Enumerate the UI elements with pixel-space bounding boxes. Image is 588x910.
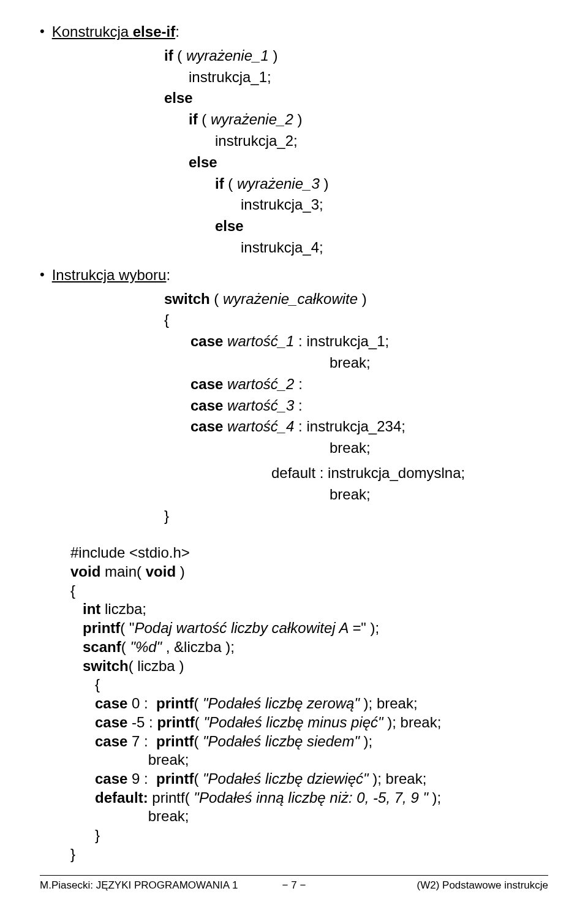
footer-left: M.Piasecki: JĘZYKI PROGRAMOWANIA 1	[40, 879, 238, 892]
code-l4: int liczba;	[70, 600, 548, 619]
elseif-l2: instrukcja_1;	[57, 67, 548, 88]
code-l3: {	[70, 582, 548, 601]
elseif-l5: instrukcja_2;	[57, 131, 548, 152]
code-l1: #include <stdio.h>	[70, 544, 548, 563]
elseif-l7: if ( wyrażenie_3 )	[57, 173, 548, 195]
bullet2-text: Instrukcja wyboru:	[52, 265, 170, 286]
code-l15: }	[70, 845, 548, 864]
code-l2: void main( void )	[70, 563, 548, 582]
code-l13e: break;	[70, 807, 548, 826]
footer-divider	[40, 875, 548, 876]
code-l5: printf( "Podaj wartość liczby całkowitej…	[70, 619, 548, 638]
code-l11g: break;	[70, 751, 548, 770]
elseif-l6: else	[57, 152, 548, 173]
code-l8: {	[70, 675, 548, 694]
code-l7: switch( liczba )	[70, 657, 548, 676]
page-footer: M.Piasecki: JĘZYKI PROGRAMOWANIA 1 − 7 −…	[40, 875, 548, 892]
code-l12: case 9 : printf( "Podałeś liczbę dziewię…	[70, 770, 548, 789]
sw-l10: break;	[57, 484, 548, 506]
elseif-l1: if ( wyrażenie_1 )	[57, 45, 548, 67]
code-l6: scanf( "%d" , &liczba );	[70, 638, 548, 657]
sw-l11: }	[57, 506, 548, 527]
elseif-l4: if ( wyrażenie_2 )	[57, 109, 548, 131]
elseif-l10: instrukcja_4;	[57, 237, 548, 259]
code-l11: case 7 : printf( "Podałeś liczbę siedem"…	[70, 732, 548, 751]
code-l13: default: printf( "Podałeś inną liczbę ni…	[70, 789, 548, 808]
code-l10: case -5 : printf( "Podałeś liczbę minus …	[70, 713, 548, 732]
sw-l9: default : instrukcja_domyslna;	[57, 463, 548, 484]
sw-l7: case wartość_4 : instrukcja_234;	[57, 416, 548, 438]
bullet1-bold: else-if	[133, 23, 175, 40]
bullet-switch: • Instrukcja wyboru:	[40, 265, 548, 286]
bullet-icon: •	[40, 265, 45, 284]
elseif-l3: else	[57, 88, 548, 109]
footer-text-row: M.Piasecki: JĘZYKI PROGRAMOWANIA 1 − 7 −…	[40, 879, 548, 892]
bullet1-text: Konstrukcja else-if:	[52, 21, 179, 43]
footer-right: (W2) Podstawowe instrukcje	[417, 879, 548, 892]
elseif-code-block: if ( wyrażenie_1 ) instrukcja_1; else if…	[57, 45, 548, 259]
bullet-icon: •	[40, 21, 45, 41]
elseif-l9: else	[57, 216, 548, 237]
bullet-else-if: • Konstrukcja else-if:	[40, 21, 548, 43]
sw-l5: case wartość_2 :	[57, 374, 548, 395]
footer-center: − 7 −	[282, 879, 306, 892]
sw-l2: {	[57, 309, 548, 331]
switch-code-block: switch ( wyrażenie_całkowite ) { case wa…	[57, 289, 548, 527]
elseif-l8: instrukcja_3;	[57, 194, 548, 216]
bullet1-colon: :	[175, 23, 179, 40]
sw-l3: case wartość_1 : instrukcja_1;	[57, 331, 548, 352]
sw-l8: break;	[57, 438, 548, 459]
code-l14: }	[70, 826, 548, 845]
sw-l4: break;	[57, 352, 548, 374]
sw-l6: case wartość_3 :	[57, 395, 548, 417]
code-l9: case 0 : printf( "Podałeś liczbę zerową"…	[70, 694, 548, 713]
sw-l1: switch ( wyrażenie_całkowite )	[57, 289, 548, 310]
program-code: #include <stdio.h> void main( void ) { i…	[70, 544, 548, 863]
bullet1-plain: Konstrukcja	[52, 23, 133, 40]
